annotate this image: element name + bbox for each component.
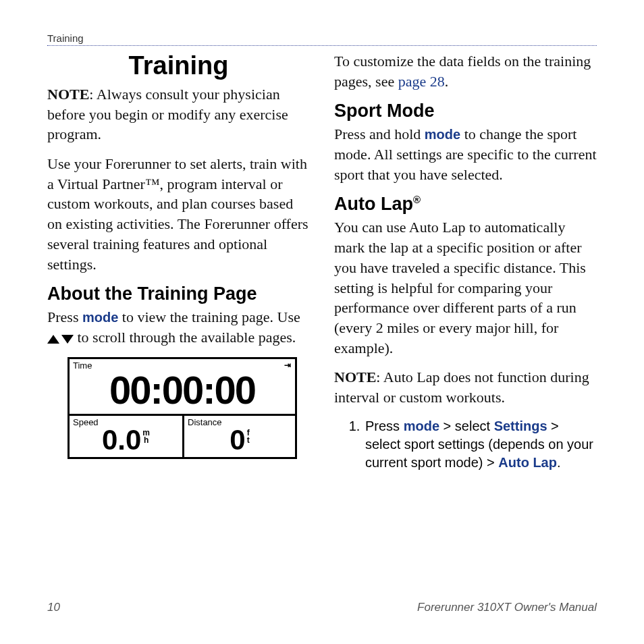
about-heading: About the Training Page <box>47 284 310 304</box>
note-paragraph: NOTE: Always consult your physician befo… <box>47 84 310 144</box>
speed-value-box: 0.0mh <box>73 426 179 454</box>
step1-b: > select <box>439 419 494 433</box>
note-label: NOTE <box>47 86 89 103</box>
step1-d: . <box>557 455 561 470</box>
page-title: Training <box>47 51 310 80</box>
speed-cell: Speed 0.0mh <box>70 416 182 457</box>
intro-paragraph: Use your Forerunner to set alerts, train… <box>47 154 310 274</box>
sport-mode-paragraph: Press and hold mode to change the sport … <box>334 124 597 184</box>
customize-text-a: To customize the data fields on the trai… <box>334 53 591 90</box>
auto-lap-paragraph: You can use Auto Lap to automatically ma… <box>334 217 597 358</box>
auto-lap-heading: Auto Lap® <box>334 194 597 215</box>
about-paragraph: Press mode to view the training page. Us… <box>47 307 310 347</box>
header-divider <box>47 45 597 46</box>
steps-list: Press mode > select Settings > select sp… <box>334 417 597 472</box>
customize-paragraph: To customize the data fields on the trai… <box>334 51 597 91</box>
mode-keyword: mode <box>404 419 439 433</box>
up-arrow-icon <box>47 335 59 344</box>
sport-mode-heading: Sport Mode <box>334 101 597 122</box>
time-value: 00:00:00 <box>73 371 292 414</box>
auto-lap-text: Auto Lap <box>334 194 413 214</box>
registered-symbol: ® <box>413 194 421 205</box>
left-column: Training NOTE: Always consult your physi… <box>47 51 310 472</box>
manual-title: Forerunner 310XT Owner's Manual <box>417 601 597 614</box>
page-link[interactable]: page 28 <box>398 73 445 90</box>
page-number: 10 <box>47 601 60 614</box>
speed-unit: mh <box>142 429 150 444</box>
distance-unit: ft <box>247 429 250 444</box>
auto-lap-note: NOTE: Auto Lap does not function during … <box>334 367 597 407</box>
about-text-c: to scroll through the available pages. <box>74 329 296 346</box>
page-footer: 10 Forerunner 310XT Owner's Manual <box>47 601 597 614</box>
step1-a: Press <box>365 419 404 433</box>
mode-keyword: mode <box>82 310 118 325</box>
distance-value: 0 <box>230 424 245 456</box>
settings-keyword: Settings <box>494 419 547 433</box>
step-1: Press mode > select Settings > select sp… <box>364 417 597 472</box>
about-text-b: to view the training page. Use <box>118 308 300 325</box>
about-text-a: Press <box>47 308 82 325</box>
speed-value: 0.0 <box>102 424 141 456</box>
autolap-keyword: Auto Lap <box>498 455 557 470</box>
content-columns: Training NOTE: Always consult your physi… <box>47 51 597 472</box>
screen-indicator-icon: ⇥ <box>284 360 291 370</box>
screen-time-row: Time ⇥ 00:00:00 <box>70 359 295 414</box>
page-header: Training <box>47 32 597 44</box>
customize-text-b: . <box>445 73 449 90</box>
screen-bottom-row: Speed 0.0mh Distance 0ft <box>70 414 295 457</box>
device-screen: Time ⇥ 00:00:00 Speed 0.0mh Distance 0ft <box>68 357 297 459</box>
right-column: To customize the data fields on the trai… <box>334 51 597 472</box>
distance-cell: Distance 0ft <box>182 416 295 457</box>
mode-keyword: mode <box>425 127 460 142</box>
down-arrow-icon <box>61 335 74 344</box>
note-label: NOTE <box>334 369 376 385</box>
sport-text-a: Press and hold <box>334 126 425 142</box>
distance-value-box: 0ft <box>188 426 292 454</box>
